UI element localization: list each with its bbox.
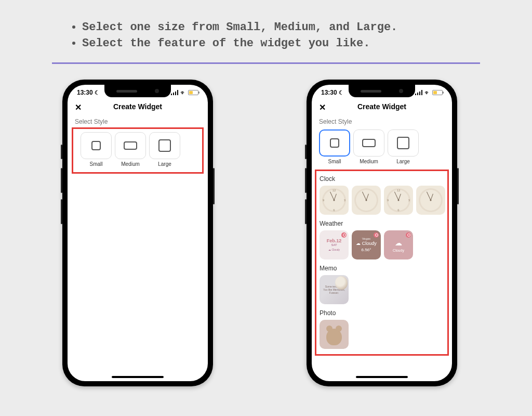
size-option-small[interactable]: [81, 132, 112, 159]
wifi-icon: ᯤ: [180, 89, 186, 96]
widget-clock-4[interactable]: [416, 186, 445, 215]
category-memo: Memo: [317, 263, 446, 274]
widget-photo-1[interactable]: [320, 320, 349, 349]
widget-weather-3[interactable]: ☁ Cloudy: [384, 230, 413, 259]
size-label-large: Large: [149, 161, 180, 167]
category-weather: Weather: [317, 218, 446, 229]
section-label-select-style: Select Style: [68, 115, 208, 127]
pin-icon: [374, 232, 379, 238]
size-label-small: Small: [319, 159, 350, 164]
highlight-widget-features: Clock 12369 12369: [315, 170, 449, 356]
instruction-item: Select the feature of the widget you lik…: [82, 37, 475, 50]
widget-weather-2[interactable]: Vegas ☁ Cloudy 6.56°: [352, 230, 381, 259]
size-label-small: Small: [81, 161, 112, 167]
home-indicator: [356, 376, 408, 378]
phone-mock-right: 13:30 ☾ ᯤ ✕ Create Widget Select Style: [307, 80, 457, 386]
page-title: Create Widget: [113, 102, 162, 111]
phone-mock-left: 13:30 ☾ ᯤ ✕ Create Widget Select Style: [62, 80, 213, 386]
divider: [52, 62, 480, 64]
size-option-medium[interactable]: [353, 129, 384, 157]
widget-clock-2[interactable]: [352, 186, 381, 215]
size-option-small[interactable]: [319, 129, 350, 157]
signal-icon: [415, 90, 422, 95]
category-clock: Clock: [317, 173, 446, 185]
dnd-icon: ☾: [339, 89, 344, 96]
close-icon[interactable]: ✕: [319, 102, 326, 112]
close-icon[interactable]: ✕: [75, 102, 82, 112]
home-indicator: [112, 376, 164, 378]
widget-weather-1[interactable]: Feb.12 SAT ☁ Cloudy: [320, 230, 349, 259]
section-label-select-style: Select Style: [312, 115, 452, 127]
teddy-bear-icon: [326, 329, 342, 345]
status-time: 13:30: [321, 89, 337, 96]
page-title: Create Widget: [357, 102, 406, 111]
size-label-large: Large: [388, 159, 419, 164]
signal-icon: [171, 90, 178, 95]
size-option-large[interactable]: [149, 132, 180, 159]
status-time: 13:30: [77, 89, 93, 96]
widget-clock-3[interactable]: 12369: [384, 186, 413, 215]
widget-memo-1[interactable]: Some text to let You like Memories, Fore…: [320, 275, 349, 304]
pin-icon: [406, 232, 411, 238]
size-label-medium: Medium: [115, 161, 146, 167]
category-photo: Photo: [317, 307, 446, 319]
battery-icon: [188, 90, 198, 95]
dnd-icon: ☾: [95, 89, 100, 96]
battery-icon: [432, 90, 443, 95]
instruction-item: Select one size from Small, Medium, and …: [82, 21, 475, 34]
instruction-list: Select one size from Small, Medium, and …: [0, 0, 532, 58]
widget-clock-1[interactable]: 12369: [320, 186, 349, 215]
size-option-medium[interactable]: [115, 132, 146, 159]
wifi-icon: ᯤ: [424, 89, 430, 96]
highlight-sizes: Small Medium Large: [72, 127, 204, 174]
pin-icon: [341, 232, 347, 238]
size-label-medium: Medium: [353, 159, 384, 164]
size-option-large[interactable]: [388, 129, 419, 157]
